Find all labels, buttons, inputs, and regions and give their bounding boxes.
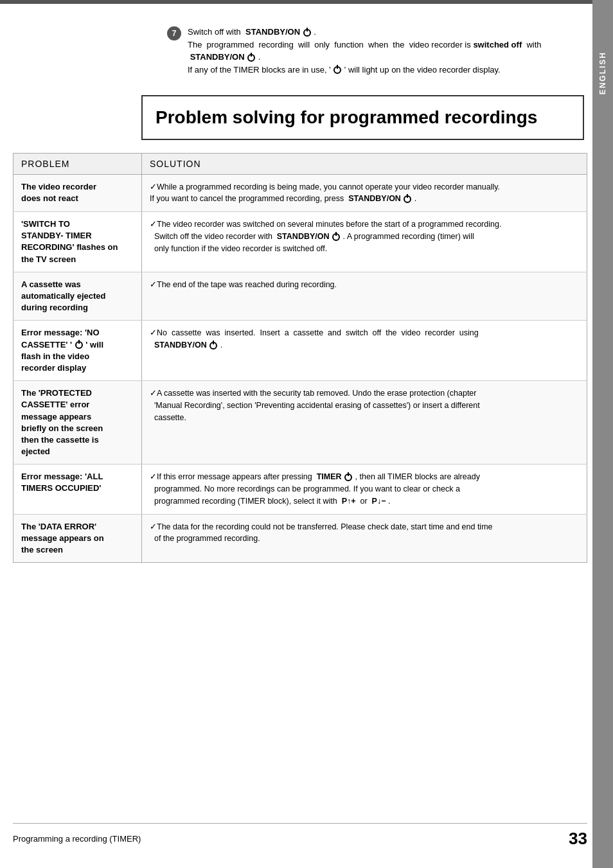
- table-row: The 'PROTECTEDCASSETTE' errormessage app…: [13, 381, 587, 465]
- problem-cell: The 'DATA ERROR'message appears onthe sc…: [13, 514, 142, 563]
- problem-cell: A cassette wasautomatically ejecteddurin…: [13, 272, 142, 321]
- standby-icon-3: [333, 66, 341, 74]
- standby-icon-5: [332, 233, 340, 241]
- table-row: 'SWITCH TOSTANDBY- TIMERRECORDING' flash…: [13, 212, 587, 272]
- table-row: A cassette wasautomatically ejecteddurin…: [13, 272, 587, 321]
- table-row: The video recorderdoes not react ✓While …: [13, 174, 587, 212]
- problem-cell: The 'PROTECTEDCASSETTE' errormessage app…: [13, 381, 142, 465]
- solution-cell: ✓If this error message appears after pre…: [142, 465, 587, 514]
- problem-cell: 'SWITCH TOSTANDBY- TIMERRECORDING' flash…: [13, 212, 142, 272]
- solution-cell: ✓While a programmed recording is being m…: [142, 174, 587, 212]
- solution-cell: ✓A cassette was inserted with the securi…: [142, 381, 587, 465]
- step-text: Switch off with STANDBY/ON . The program…: [188, 26, 587, 76]
- standby-icon-8: [344, 474, 352, 481]
- footer-text: Programming a recording (TIMER): [13, 834, 141, 844]
- standby-icon-7: [209, 342, 217, 350]
- standby-icon-2: [247, 54, 255, 62]
- table-header-solution: SOLUTION: [142, 153, 587, 174]
- problem-cell: Error message: 'NOCASSETTE' ' ' willflas…: [13, 321, 142, 381]
- section-title: Problem solving for programmed recording…: [155, 107, 570, 128]
- standby-icon-1: [303, 29, 311, 37]
- top-border: [0, 0, 613, 4]
- table-row: The 'DATA ERROR'message appears onthe sc…: [13, 514, 587, 563]
- table-header-problem: PROBLEM: [13, 153, 142, 174]
- step-badge: 7: [167, 26, 181, 40]
- sidebar-english: ENGLISH: [592, 0, 613, 868]
- solution-cell: ✓The end of the tape was reached during …: [142, 272, 587, 321]
- problem-cell: The video recorderdoes not react: [13, 174, 142, 212]
- problem-solution-table: PROBLEM SOLUTION The video recorderdoes …: [13, 153, 587, 563]
- main-content: 7 Switch off with STANDBY/ON . The progr…: [13, 0, 587, 563]
- solution-cell: ✓The data for the recording could not be…: [142, 514, 587, 563]
- problem-cell: Error message: 'ALLTIMERS OCCUPIED': [13, 465, 142, 514]
- solution-cell: ✓The video recorder was switched on seve…: [142, 212, 587, 272]
- standby-icon-6: [75, 341, 83, 349]
- section-title-box: Problem solving for programmed recording…: [141, 95, 584, 140]
- standby-icon-4: [404, 195, 411, 203]
- step-section: 7 Switch off with STANDBY/ON . The progr…: [167, 26, 587, 76]
- solution-cell: ✓No cassette was inserted. Insert a cass…: [142, 321, 587, 381]
- footer: Programming a recording (TIMER) 33: [13, 823, 587, 849]
- sidebar-label: ENGLISH: [598, 51, 607, 94]
- table-row: Error message: 'NOCASSETTE' ' ' willflas…: [13, 321, 587, 381]
- page-number: 33: [569, 829, 587, 849]
- table-row: Error message: 'ALLTIMERS OCCUPIED' ✓If …: [13, 465, 587, 514]
